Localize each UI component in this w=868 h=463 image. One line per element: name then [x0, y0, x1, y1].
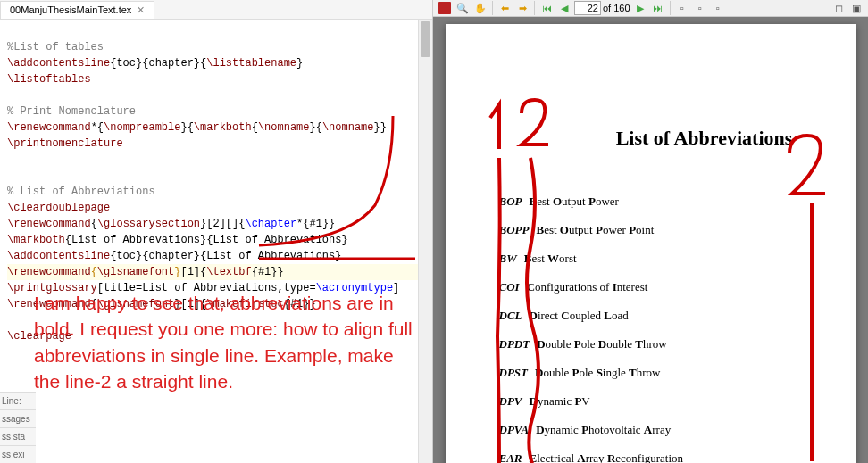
- abbr-definition: Double Pole Double Throw: [537, 337, 667, 351]
- code-line: %List of tables: [7, 41, 104, 54]
- user-annotation: I am happy to see that, abbreviations ar…: [34, 290, 418, 395]
- red-number-2-left: [517, 95, 553, 169]
- zoom-icon[interactable]: 🔍: [455, 0, 471, 16]
- status-state: ss sta: [0, 427, 36, 445]
- abbr-row: DPVADynamic Photovoltaic Array: [499, 423, 821, 437]
- code-line: \renewcommand*{\nompreamble}{\markboth{\…: [7, 121, 387, 134]
- code-editor[interactable]: %List of tables \addcontentsline{toc}{ch…: [0, 20, 432, 463]
- status-exit: ss exi: [0, 445, 36, 463]
- code-line: \renewcommand{\glossarysection}[2][]{\ch…: [7, 218, 335, 230]
- scroll-thumb[interactable]: [421, 21, 430, 57]
- abbr-definition: Best Worst: [524, 252, 577, 266]
- code-line-highlighted: \renewcommand{\glsnamefont}[1]{\textbf{#…: [7, 264, 425, 280]
- abbr-term: COI: [499, 280, 520, 294]
- abbr-definition: Dynamic Photovoltaic Array: [536, 423, 671, 437]
- abbr-definition: Configurations of Interest: [527, 280, 648, 294]
- abbr-definition: Best Output Power Point: [536, 223, 654, 237]
- pdf-viewport[interactable]: List of Abbreviations BOPBest Output Pow…: [433, 17, 868, 463]
- abbr-row: BWBest Worst: [499, 252, 821, 266]
- abbr-term: DPV: [499, 394, 522, 409]
- tab-bar: 00ManjuThesisMainText.tex ✕: [0, 0, 432, 20]
- code-line: \listoftables: [7, 73, 91, 86]
- code-line: \printnomenclature: [7, 137, 123, 150]
- page-number-input[interactable]: [574, 1, 601, 15]
- code-line: % Print Nomenclature: [7, 105, 136, 118]
- editor-pane: 00ManjuThesisMainText.tex ✕ %List of tab…: [0, 0, 433, 463]
- hand-icon[interactable]: ✋: [472, 0, 488, 16]
- abbr-term: DPDT: [499, 337, 530, 351]
- abbr-term: BW: [499, 252, 517, 266]
- window-icon[interactable]: ◻: [830, 0, 847, 16]
- pdf-page: List of Abbreviations BOPBest Output Pow…: [446, 24, 856, 463]
- file-tab[interactable]: 00ManjuThesisMainText.tex ✕: [0, 1, 154, 19]
- editor-status: Line: ssages ss sta ss exi: [0, 392, 36, 463]
- forward-icon[interactable]: ➡: [514, 0, 530, 16]
- close-icon[interactable]: ✕: [137, 4, 145, 16]
- prev-page-icon[interactable]: ◀: [556, 0, 572, 16]
- pdf-pane: 🔍 ✋ ⬅ ➡ ⏮ ◀ of 160 ▶ ⏭ ▫ ▫ ▫ ◻ ▣ List of…: [433, 0, 868, 463]
- code-line: \addcontentsline{toc}{chapter}{List of A…: [7, 250, 341, 262]
- line-label: Line:: [0, 392, 36, 409]
- abbr-definition: Dynamic PV: [530, 394, 590, 409]
- doc-icon[interactable]: ▫: [674, 0, 690, 16]
- abbr-row: BOPBest Output Power: [499, 194, 821, 209]
- abbr-row: EARElectrical Array Reconfiguration: [499, 451, 821, 463]
- first-page-icon[interactable]: ⏮: [538, 0, 555, 16]
- doc2-icon[interactable]: ▫: [692, 0, 708, 16]
- abbr-definition: Electrical Array Reconfiguration: [530, 451, 684, 463]
- page-title: List of Abbreviations: [588, 127, 821, 150]
- abbr-row: DPDTDouble Pole Double Throw: [499, 337, 821, 351]
- next-page-icon[interactable]: ▶: [632, 0, 648, 16]
- abbr-row: BOPPBest Output Power Point: [499, 223, 821, 237]
- abbr-term: EAR: [499, 451, 522, 463]
- abbr-term: BOP: [499, 194, 522, 209]
- back-icon[interactable]: ⬅: [497, 0, 513, 16]
- abbr-definition: Double Pole Single Throw: [535, 366, 661, 380]
- pdf-toolbar: 🔍 ✋ ⬅ ➡ ⏮ ◀ of 160 ▶ ⏭ ▫ ▫ ▫ ◻ ▣: [433, 0, 868, 17]
- code-line: \markboth{List of Abbrevations}{List of …: [7, 234, 348, 246]
- abbr-row: DPVDynamic PV: [499, 394, 821, 409]
- abbr-row: DPSTDouble Pole Single Throw: [499, 366, 821, 380]
- collapse-icon[interactable]: ▣: [848, 0, 864, 16]
- red-number-1: [481, 95, 517, 169]
- abbreviation-list: BOPBest Output PowerBOPPBest Output Powe…: [499, 194, 821, 463]
- doc3-icon[interactable]: ▫: [710, 0, 726, 16]
- editor-scrollbar[interactable]: [418, 20, 432, 463]
- abbr-row: COIConfigurations of Interest: [499, 280, 821, 294]
- abbr-definition: Best Output Power: [530, 194, 619, 209]
- abbr-row: DCLDirect Coupled Load: [499, 309, 821, 323]
- abbr-term: DCL: [499, 309, 522, 323]
- status-messages: ssages: [0, 409, 36, 427]
- code-line: \cleardoublepage: [7, 202, 110, 214]
- code-line: % List of Abbreviations: [7, 186, 155, 198]
- abbr-term: DPST: [499, 366, 529, 380]
- code-line: \addcontentsline{toc}{chapter}{\listtabl…: [7, 57, 303, 70]
- abbr-term: BOPP: [499, 223, 530, 237]
- page-total: of 160: [603, 3, 630, 13]
- pdf-icon[interactable]: [437, 0, 453, 16]
- abbr-definition: Direct Coupled Load: [530, 309, 629, 323]
- tab-filename: 00ManjuThesisMainText.tex: [10, 4, 131, 15]
- last-page-icon[interactable]: ⏭: [650, 0, 666, 16]
- abbr-term: DPVA: [499, 423, 530, 437]
